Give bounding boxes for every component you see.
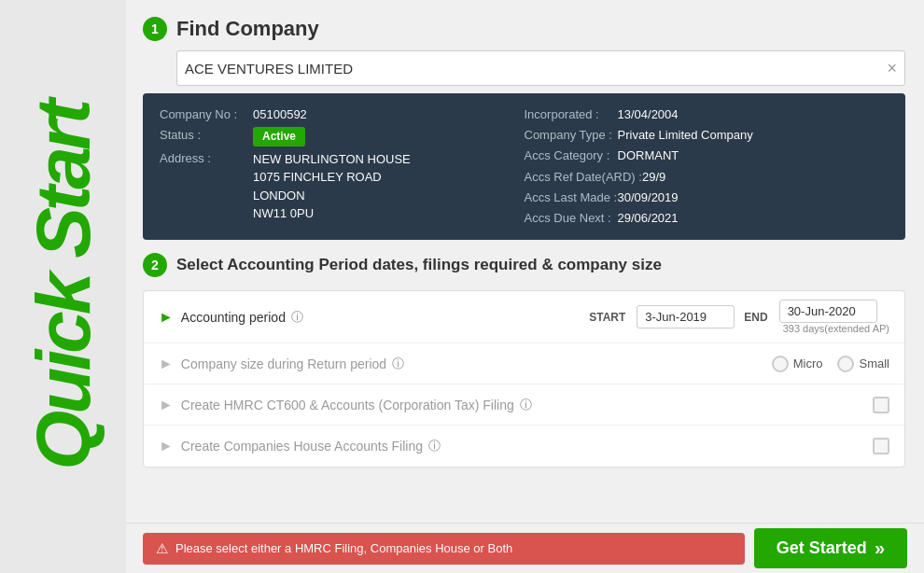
company-type-value: Private Limited Company	[618, 127, 753, 144]
step2-badge: 2	[143, 253, 167, 277]
company-number-value: 05100592	[253, 106, 307, 123]
size-options: Micro Small	[772, 356, 889, 372]
company-size-row: ► Company size during Return period ⓘ Mi…	[144, 343, 904, 384]
accs-due-value: 29/06/2021	[618, 210, 679, 227]
accs-last-row: Accs Last Made : 30/09/2019	[525, 189, 889, 206]
status-row: Status : Active	[160, 127, 525, 147]
end-label: END	[744, 311, 767, 324]
hmrc-filing-label: ► Create HMRC CT600 & Accounts (Corporat…	[159, 397, 873, 413]
error-message: ⚠ Please select either a HMRC Filing, Co…	[143, 533, 745, 565]
step1-badge: 1	[143, 17, 167, 41]
search-input[interactable]	[185, 61, 881, 77]
step2-title: Select Accounting Period dates, filings …	[176, 256, 662, 274]
search-input-wrap[interactable]: ×	[176, 50, 905, 86]
accounting-period-label: ► Accounting period ⓘ	[159, 309, 589, 326]
company-type-row: Company Type : Private Limited Company	[525, 127, 889, 144]
hmrc-filing-row: ► Create HMRC CT600 & Accounts (Corporat…	[144, 384, 904, 426]
start-date-input[interactable]	[637, 305, 735, 328]
incorporated-label: Incorporated :	[525, 106, 618, 123]
status-badge: Active	[253, 127, 305, 147]
sidebar-label: Quick Start	[25, 103, 102, 469]
company-number-row: Company No : 05100592	[160, 106, 525, 123]
card-left: Company No : 05100592 Status : Active Ad…	[160, 106, 525, 227]
incorporated-row: Incorporated : 13/04/2004	[525, 106, 889, 123]
step2-header: 2 Select Accounting Period dates, filing…	[143, 253, 905, 277]
company-number-label: Company No :	[160, 106, 253, 123]
chevrons-icon: »	[875, 538, 885, 559]
ch-filing-row: ► Create Companies House Accounts Filing…	[144, 426, 904, 467]
accs-category-label: Accs Category :	[525, 147, 618, 164]
end-date-input[interactable]	[779, 300, 877, 323]
accs-category-value: DORMANT	[618, 147, 679, 164]
help-icon-size[interactable]: ⓘ	[392, 356, 404, 372]
address-row: Address : NEW BURLINGTON HOUSE 1075 FINC…	[160, 150, 525, 223]
play-icon-size: ►	[159, 356, 174, 372]
accs-category-row: Accs Category : DORMANT	[525, 147, 889, 164]
help-icon-acct[interactable]: ⓘ	[291, 309, 303, 326]
accounting-period-row: ► Accounting period ⓘ START END 393 days…	[144, 291, 904, 343]
sidebar: Quick Start	[0, 0, 126, 573]
accs-last-label: Accs Last Made :	[525, 189, 618, 206]
incorporated-value: 13/04/2004	[618, 106, 679, 123]
get-started-label: Get Started	[777, 538, 867, 558]
accs-ref-value: 29/9	[642, 169, 665, 186]
status-label: Status :	[160, 127, 253, 144]
hmrc-filing-checkbox[interactable]	[873, 397, 889, 413]
company-card: Company No : 05100592 Status : Active Ad…	[143, 93, 905, 240]
play-icon-hmrc: ►	[159, 397, 174, 413]
micro-label: Micro	[793, 356, 823, 370]
search-row: 1 ×	[143, 50, 905, 86]
accs-due-label: Accs Due Next :	[525, 210, 618, 227]
ch-filing-label: ► Create Companies House Accounts Filing…	[159, 438, 873, 454]
accs-ref-label: Accs Ref Date(ARD) :	[525, 169, 642, 186]
start-label: START	[589, 311, 625, 324]
step1-title: Find Company	[176, 17, 319, 41]
play-icon-acct: ►	[159, 309, 174, 326]
date-note: 393 days(extended AP)	[783, 323, 889, 334]
accs-due-row: Accs Due Next : 29/06/2021	[525, 210, 889, 227]
main-content: 1 Find Company 1 × Company No : 05100592…	[126, 0, 924, 573]
address-value: NEW BURLINGTON HOUSE 1075 FINCHLEY ROAD …	[253, 150, 411, 223]
company-size-label: ► Company size during Return period ⓘ	[159, 356, 772, 372]
step1-header: 1 Find Company	[143, 17, 905, 41]
card-right: Incorporated : 13/04/2004 Company Type :…	[525, 106, 889, 227]
micro-option[interactable]: Micro	[772, 356, 823, 372]
error-text: Please select either a HMRC Filing, Comp…	[175, 541, 512, 555]
warning-icon: ⚠	[156, 540, 168, 557]
accs-ref-row: Accs Ref Date(ARD) : 29/9	[525, 169, 889, 186]
options-section: ► Accounting period ⓘ START END 393 days…	[143, 290, 905, 468]
small-label: Small	[859, 356, 889, 370]
search-clear-icon[interactable]: ×	[887, 59, 897, 78]
accs-last-value: 30/09/2019	[618, 189, 679, 206]
play-icon-ch: ►	[159, 438, 174, 454]
ch-filing-checkbox[interactable]	[873, 438, 889, 454]
address-label: Address :	[160, 150, 253, 167]
micro-radio[interactable]	[772, 356, 789, 372]
get-started-button[interactable]: Get Started »	[754, 528, 907, 568]
small-option[interactable]: Small	[837, 356, 889, 372]
help-icon-hmrc[interactable]: ⓘ	[520, 397, 532, 413]
small-radio[interactable]	[837, 356, 854, 372]
company-type-label: Company Type :	[525, 127, 618, 144]
bottom-bar: ⚠ Please select either a HMRC Filing, Co…	[126, 523, 924, 573]
help-icon-ch[interactable]: ⓘ	[428, 438, 441, 454]
